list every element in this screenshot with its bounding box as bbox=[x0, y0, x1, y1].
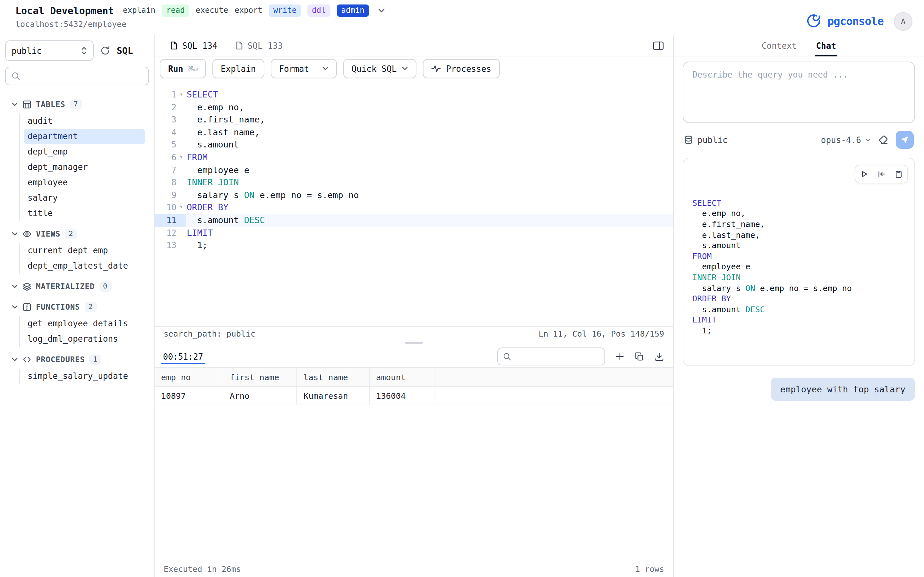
schema-select[interactable]: public bbox=[5, 40, 94, 61]
editor-line-6[interactable]: 6▾FROM bbox=[155, 151, 673, 164]
editor-gutter[interactable]: 9 bbox=[155, 189, 186, 201]
editor-gutter[interactable]: 7 bbox=[155, 164, 186, 176]
editor-gutter[interactable]: 12 bbox=[155, 227, 186, 239]
sql-editor[interactable]: 1▾SELECT2 e.emp_no,3 e.first_name,4 e.la… bbox=[155, 81, 673, 326]
send-button[interactable] bbox=[896, 131, 914, 149]
tree-item-department[interactable]: department bbox=[24, 129, 145, 144]
editor-lines: 1▾SELECT2 e.emp_no,3 e.first_name,4 e.la… bbox=[155, 89, 673, 251]
editor-line-11[interactable]: 11 s.amount DESC bbox=[155, 214, 673, 227]
editor-line-13[interactable]: 13 1; bbox=[155, 239, 673, 251]
sql-mode-label[interactable]: SQL bbox=[117, 45, 133, 56]
editor-line-2[interactable]: 2 e.emp_no, bbox=[155, 101, 673, 113]
code-token: e.emp_no = s.emp_no bbox=[254, 190, 359, 200]
editor-gutter[interactable]: 6▾ bbox=[155, 151, 186, 164]
format-button[interactable]: Format bbox=[270, 59, 336, 78]
chevron-down-icon bbox=[402, 66, 408, 71]
tree-header-materialized[interactable]: MATERIALIZED 0 bbox=[0, 279, 154, 294]
editor-gutter[interactable]: 11 bbox=[155, 214, 186, 227]
editor-line-text: s.amount DESC bbox=[186, 214, 673, 227]
results-search-input[interactable] bbox=[515, 351, 599, 362]
editor-line-1[interactable]: 1▾SELECT bbox=[155, 89, 673, 101]
schema-context-chip[interactable]: public bbox=[684, 135, 728, 145]
editor-gutter[interactable]: 13 bbox=[155, 239, 186, 251]
main-area: SQL 134 SQL 133 bbox=[155, 35, 673, 577]
results-search[interactable] bbox=[497, 348, 605, 366]
column-header-first_name[interactable]: first_name bbox=[223, 368, 297, 386]
tree-item-dept_emp[interactable]: dept_emp bbox=[24, 144, 145, 160]
tree-item-get_employee_details[interactable]: get_employee_details bbox=[24, 316, 145, 332]
chat-code-line: e.first_name, bbox=[692, 219, 905, 230]
tab-sql-134[interactable]: SQL 134 bbox=[161, 35, 226, 56]
editor-line-7[interactable]: 7 employee e bbox=[155, 164, 673, 176]
connection-menu-chevron-icon[interactable] bbox=[378, 8, 385, 13]
tab-sql-133[interactable]: SQL 133 bbox=[226, 35, 292, 56]
download-results-button[interactable] bbox=[654, 351, 664, 361]
arrow-to-line-icon bbox=[877, 170, 885, 178]
tree-item-audit[interactable]: audit bbox=[24, 113, 145, 129]
processes-button[interactable]: Processes bbox=[423, 59, 499, 78]
editor-line-12[interactable]: 12LIMIT bbox=[155, 227, 673, 239]
clear-chat-button[interactable] bbox=[879, 135, 888, 145]
quick-sql-button[interactable]: Quick SQL bbox=[343, 59, 417, 78]
prompt-textarea[interactable] bbox=[691, 69, 909, 119]
editor-gutter[interactable]: 5 bbox=[155, 139, 186, 151]
run-suggested-query-button[interactable] bbox=[855, 165, 873, 183]
tree-header-tables[interactable]: TABLES 7 bbox=[0, 97, 154, 112]
sidebar-search-input[interactable] bbox=[25, 71, 142, 81]
table-row[interactable]: 10897ArnoKumaresan136004 bbox=[155, 387, 673, 405]
fold-marker-icon[interactable]: ▾ bbox=[176, 89, 186, 101]
tree-item-dept_emp_latest_date[interactable]: dept_emp_latest_date bbox=[24, 258, 145, 274]
fold-marker-icon[interactable]: ▾ bbox=[176, 201, 186, 214]
model-select[interactable]: opus-4.6 bbox=[821, 135, 871, 145]
add-result-tab-button[interactable] bbox=[615, 352, 624, 361]
line-number: 9 bbox=[157, 189, 176, 201]
editor-gutter[interactable]: 1▾ bbox=[155, 89, 186, 101]
table-cell-filler bbox=[435, 387, 673, 405]
editor-line-text: e.emp_no, bbox=[186, 101, 673, 113]
editor-line-8[interactable]: 8INNER JOIN bbox=[155, 176, 673, 189]
chat-code-line: SELECT bbox=[692, 198, 905, 209]
toggle-side-panel-button[interactable] bbox=[653, 40, 664, 51]
tab-chat[interactable]: Chat bbox=[814, 35, 837, 56]
tree-header-functions[interactable]: ƒ FUNCTIONS 2 bbox=[0, 300, 154, 315]
column-header-last_name[interactable]: last_name bbox=[297, 368, 370, 386]
editor-line-4[interactable]: 4 e.last_name, bbox=[155, 126, 673, 139]
copy-code-button[interactable] bbox=[890, 165, 907, 183]
editor-gutter[interactable]: 2 bbox=[155, 101, 186, 113]
editor-line-9[interactable]: 9 salary s ON e.emp_no = s.emp_no bbox=[155, 189, 673, 201]
editor-statusbar: search_path: public Ln 11, Col 16, Pos 1… bbox=[155, 326, 673, 340]
tab-context[interactable]: Context bbox=[760, 35, 798, 56]
editor-gutter[interactable]: 4 bbox=[155, 126, 186, 139]
tree-item-dept_manager[interactable]: dept_manager bbox=[24, 160, 145, 175]
chat-code-line: INNER JOIN bbox=[692, 272, 905, 283]
format-dropdown-chevron[interactable] bbox=[315, 60, 328, 77]
tree-item-current_dept_emp[interactable]: current_dept_emp bbox=[24, 243, 145, 258]
editor-gutter[interactable]: 3 bbox=[155, 113, 186, 126]
tree-item-log_dml_operations[interactable]: log_dml_operations bbox=[24, 332, 145, 347]
run-button[interactable]: Run ⌘↵ bbox=[160, 59, 206, 78]
editor-line-5[interactable]: 5 s.amount bbox=[155, 139, 673, 151]
code-token: LIMIT bbox=[187, 227, 213, 237]
sidebar-search[interactable] bbox=[5, 67, 149, 85]
tree-item-title[interactable]: title bbox=[24, 206, 145, 221]
refresh-button[interactable] bbox=[100, 45, 110, 56]
editor-gutter[interactable]: 8 bbox=[155, 176, 186, 189]
tree-header-procedures[interactable]: PROCEDURES 1 bbox=[0, 352, 154, 367]
editor-line-text: INNER JOIN bbox=[186, 176, 673, 189]
editor-line-3[interactable]: 3 e.first_name, bbox=[155, 113, 673, 126]
copy-results-button[interactable] bbox=[635, 351, 644, 361]
explain-button[interactable]: Explain bbox=[212, 59, 264, 78]
column-header-emp_no[interactable]: emp_no bbox=[155, 368, 223, 386]
results-splitter-handle[interactable] bbox=[155, 340, 673, 346]
editor-gutter[interactable]: 10▾ bbox=[155, 201, 186, 214]
fold-marker-icon[interactable]: ▾ bbox=[176, 151, 186, 164]
result-tab-timestamp[interactable]: 00:51:27 bbox=[161, 346, 205, 367]
editor-line-10[interactable]: 10▾ORDER BY bbox=[155, 201, 673, 214]
column-header-amount[interactable]: amount bbox=[370, 368, 435, 386]
user-avatar[interactable]: A bbox=[894, 12, 913, 31]
tree-item-simple_salary_update[interactable]: simple_salary_update bbox=[24, 369, 145, 384]
tree-header-views[interactable]: VIEWS 2 bbox=[0, 226, 154, 242]
tree-item-salary[interactable]: salary bbox=[24, 190, 145, 206]
tree-item-employee[interactable]: employee bbox=[24, 175, 145, 190]
insert-into-editor-button[interactable] bbox=[873, 165, 890, 183]
